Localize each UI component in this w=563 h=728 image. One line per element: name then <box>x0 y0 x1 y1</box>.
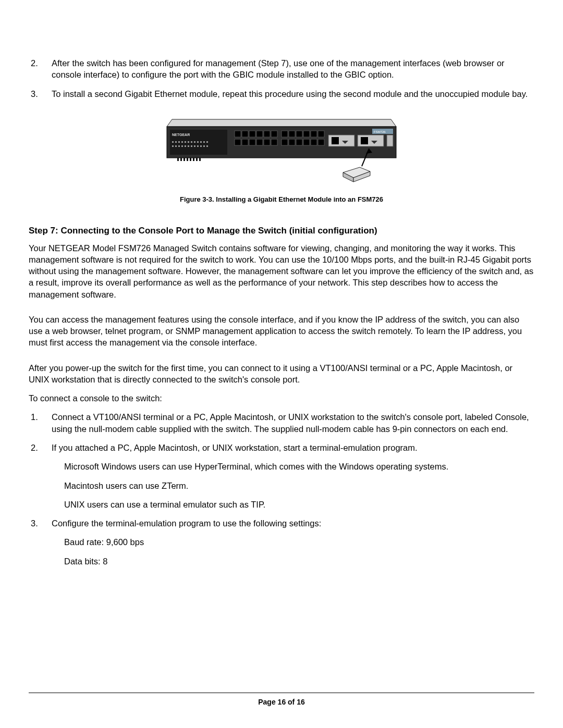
svg-rect-55 <box>361 137 368 144</box>
svg-rect-32 <box>271 131 277 137</box>
svg-rect-38 <box>271 139 277 145</box>
list-text: Connect a VT100/ANSI terminal or a PC, A… <box>52 411 534 435</box>
svg-rect-33 <box>235 139 241 145</box>
svg-rect-45 <box>282 139 288 145</box>
svg-rect-48 <box>303 139 310 145</box>
svg-rect-11 <box>197 141 199 143</box>
svg-rect-12 <box>200 141 202 143</box>
sublist-item: Microsoft Windows users can use HyperTer… <box>64 461 534 472</box>
svg-rect-37 <box>264 139 270 145</box>
svg-rect-3 <box>172 141 174 143</box>
svg-rect-46 <box>289 139 295 145</box>
list-item: 3. Configure the terminal-emulation prog… <box>29 517 534 529</box>
list-text: Configure the terminal-emulation program… <box>52 517 534 529</box>
svg-rect-21 <box>191 145 192 147</box>
list-item: 1. Connect a VT100/ANSI terminal or a PC… <box>29 411 534 435</box>
svg-rect-5 <box>178 141 180 143</box>
svg-rect-13 <box>203 141 205 143</box>
figure: NETGEAR <box>29 115 534 191</box>
paragraph: Your NETGEAR Model FSM726 Managed Switch… <box>29 242 534 300</box>
svg-rect-27 <box>235 131 241 137</box>
svg-marker-0 <box>167 119 396 127</box>
svg-rect-28 <box>242 131 248 137</box>
svg-rect-59 <box>177 158 179 161</box>
sublist-item: Baud rate: 9,600 bps <box>64 536 534 548</box>
svg-rect-26 <box>206 145 208 147</box>
list-number: 1. <box>29 411 52 435</box>
svg-rect-35 <box>249 139 255 145</box>
list-item: 3. To install a second Gigabit Ethernet … <box>29 88 534 100</box>
figure-caption: Figure 3-3. Installing a Gigabit Etherne… <box>29 195 534 204</box>
list-item: 2. After the switch has been configured … <box>29 57 534 81</box>
svg-rect-49 <box>311 139 317 145</box>
svg-rect-30 <box>256 131 263 137</box>
svg-rect-66 <box>199 158 201 161</box>
svg-rect-17 <box>178 145 180 147</box>
bottom-ordered-list: 1. Connect a VT100/ANSI terminal or a PC… <box>29 411 534 453</box>
svg-rect-15 <box>172 145 174 147</box>
page-footer: Page 16 of 16 <box>29 693 534 707</box>
svg-rect-36 <box>256 139 263 145</box>
sublist: Microsoft Windows users can use HyperTer… <box>64 461 534 510</box>
svg-rect-63 <box>190 158 191 161</box>
svg-rect-60 <box>180 158 182 161</box>
list-number: 2. <box>29 57 52 81</box>
svg-rect-18 <box>181 145 183 147</box>
svg-rect-10 <box>194 141 195 143</box>
svg-rect-24 <box>200 145 202 147</box>
svg-rect-41 <box>296 131 302 137</box>
list-number: 3. <box>29 88 52 100</box>
svg-rect-62 <box>187 158 188 161</box>
svg-rect-14 <box>206 141 208 143</box>
ordered-list-continued: 3. Configure the terminal-emulation prog… <box>29 517 534 529</box>
svg-rect-23 <box>197 145 199 147</box>
svg-rect-20 <box>188 145 189 147</box>
svg-rect-7 <box>185 141 186 143</box>
list-number: 3. <box>29 517 52 529</box>
list-text: After the switch has been configured for… <box>52 57 534 81</box>
svg-rect-65 <box>196 158 198 161</box>
model-label: FSM726 <box>374 130 386 133</box>
svg-rect-6 <box>181 141 183 143</box>
svg-rect-25 <box>203 145 205 147</box>
svg-rect-58 <box>387 135 393 146</box>
svg-rect-44 <box>318 131 324 137</box>
section-heading: Step 7: Connecting to the Console Port t… <box>29 225 534 237</box>
list-text: If you attached a PC, Apple Macintosh, o… <box>52 442 534 453</box>
top-ordered-list: 2. After the switch has been configured … <box>29 57 534 100</box>
svg-rect-34 <box>242 139 248 145</box>
svg-rect-50 <box>318 139 324 145</box>
svg-rect-9 <box>191 141 192 143</box>
svg-rect-29 <box>249 131 255 137</box>
svg-rect-4 <box>175 141 177 143</box>
list-text: To install a second Gigabit Ethernet mod… <box>52 88 534 100</box>
svg-rect-61 <box>183 158 185 161</box>
sublist-item: Macintosh users can use ZTerm. <box>64 480 534 491</box>
paragraph: You can access the management features u… <box>29 314 534 349</box>
paragraph: After you power-up the switch for the fi… <box>29 362 534 386</box>
sublist-item: UNIX users can use a terminal emulator s… <box>64 499 534 510</box>
switch-illustration: NETGEAR <box>162 115 401 188</box>
sublist-item: Data bits: 8 <box>64 556 534 567</box>
sublist: Baud rate: 9,600 bps Data bits: 8 <box>64 536 534 567</box>
list-item: 2. If you attached a PC, Apple Macintosh… <box>29 442 534 453</box>
svg-rect-52 <box>332 137 339 144</box>
svg-rect-19 <box>185 145 186 147</box>
svg-rect-8 <box>188 141 189 143</box>
svg-rect-22 <box>194 145 195 147</box>
svg-rect-43 <box>311 131 317 137</box>
svg-rect-42 <box>303 131 310 137</box>
svg-rect-64 <box>193 158 194 161</box>
svg-rect-39 <box>282 131 288 137</box>
page: 2. After the switch has been configured … <box>0 0 563 728</box>
list-number: 2. <box>29 442 52 453</box>
svg-rect-47 <box>296 139 302 145</box>
page-number: Page 16 of 16 <box>258 698 305 706</box>
svg-rect-31 <box>264 131 270 137</box>
brand-label: NETGEAR <box>172 133 190 137</box>
paragraph: To connect a console to the switch: <box>29 392 534 404</box>
svg-rect-40 <box>289 131 295 137</box>
svg-rect-16 <box>175 145 177 147</box>
